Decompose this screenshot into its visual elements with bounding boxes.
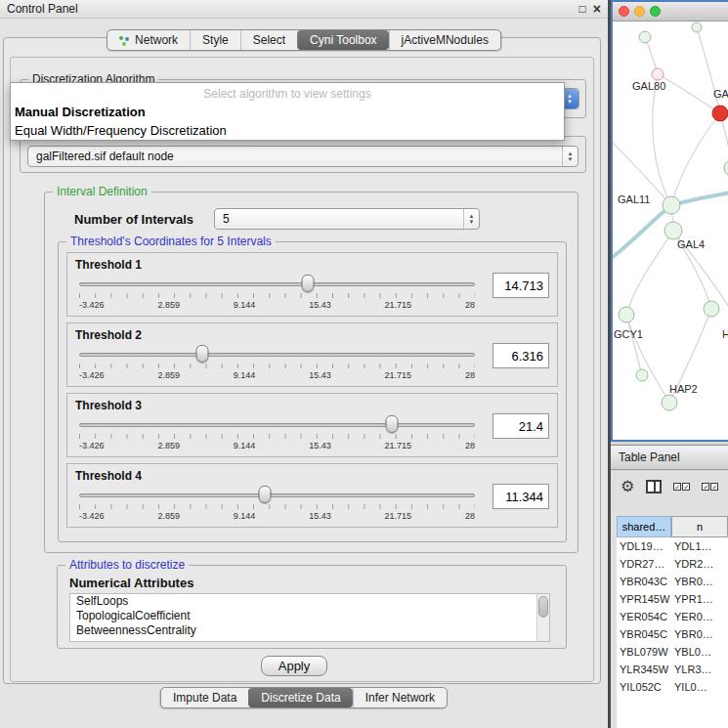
columns-icon[interactable] bbox=[646, 480, 662, 493]
scrollbar-thumb[interactable] bbox=[538, 596, 548, 618]
tab-discretize-data[interactable]: Discretize Data bbox=[248, 688, 352, 707]
cell-shared: YER054C bbox=[617, 608, 671, 625]
interval-definition-group: Interval Definition Number of Intervals … bbox=[44, 192, 578, 553]
network-node[interactable] bbox=[619, 307, 634, 322]
minimize-traffic-light-icon[interactable] bbox=[634, 6, 645, 17]
table-row[interactable]: YER054CYER0… bbox=[617, 608, 728, 625]
list-item-topologicalcoefficient[interactable]: TopologicalCoefficient bbox=[70, 609, 549, 623]
scale-tick-label: 15.43 bbox=[309, 370, 331, 380]
node-label: GAL80 bbox=[632, 80, 665, 92]
close-panel-icon[interactable]: × bbox=[593, 3, 601, 15]
tab-impute-data[interactable]: Impute Data bbox=[161, 688, 248, 707]
table-row[interactable]: YBR043CYBR0… bbox=[617, 573, 728, 590]
scale-tick-label: -3.426 bbox=[79, 300, 105, 310]
network-node[interactable] bbox=[639, 31, 651, 43]
gear-icon[interactable]: ⚙ bbox=[621, 479, 634, 494]
number-of-intervals-select[interactable]: 5 ▲▼ bbox=[214, 208, 480, 230]
cell-shared: YBR043C bbox=[617, 573, 671, 590]
slider-knob[interactable] bbox=[195, 345, 208, 363]
table-panel-titlebar: Table Panel bbox=[611, 445, 728, 470]
threshold-3-label: Threshold 3 bbox=[75, 399, 142, 412]
threshold-1-value-input[interactable] bbox=[492, 273, 549, 298]
slider-knob[interactable] bbox=[385, 415, 398, 433]
tab-style[interactable]: Style bbox=[190, 30, 240, 50]
list-item-betweennesscentrality[interactable]: BetweennessCentrality bbox=[70, 623, 549, 638]
network-node[interactable] bbox=[636, 369, 648, 381]
threshold-2-value-input[interactable] bbox=[492, 343, 549, 368]
list-item-selfloops[interactable]: SelfLoops bbox=[70, 594, 549, 609]
combo-stepper-icon: ▲▼ bbox=[562, 147, 578, 166]
tab-select[interactable]: Select bbox=[240, 30, 297, 50]
network-node[interactable] bbox=[704, 301, 719, 317]
table-row[interactable]: YDR27…YDR2… bbox=[617, 555, 728, 573]
column-header-shared[interactable]: shared… bbox=[617, 516, 671, 537]
threshold-1-panel: Threshold 1 -3.426 2.859 9.144 15.43 21.… bbox=[66, 252, 558, 317]
tab-cyni-toolbox-label: Cyni Toolbox bbox=[310, 33, 376, 47]
zoom-traffic-light-icon[interactable] bbox=[650, 6, 661, 17]
select-all-checkboxes-icon[interactable]: ✓✓ bbox=[673, 483, 690, 491]
node-label: HAP2 bbox=[669, 383, 698, 395]
cell-shared: YBL079W bbox=[617, 643, 671, 661]
network-node[interactable] bbox=[724, 160, 728, 176]
table-row[interactable]: YIL052CYIL0… bbox=[617, 678, 728, 696]
slider-track[interactable] bbox=[79, 493, 475, 497]
network-window-titlebar[interactable] bbox=[613, 2, 728, 21]
network-canvas[interactable]: GAL80 GA GAL11 GAL4 GCY1 H HAP2 bbox=[613, 21, 728, 440]
network-edges bbox=[613, 27, 728, 403]
tab-infer-network-label: Infer Network bbox=[365, 691, 435, 705]
network-node[interactable] bbox=[664, 222, 682, 239]
tab-cyni-toolbox[interactable]: Cyni Toolbox bbox=[297, 30, 388, 50]
threshold-2-slider[interactable]: -3.426 2.859 9.144 15.43 21.715 28 bbox=[79, 347, 475, 384]
menu-item-manual-discretization[interactable]: Manual Discretization bbox=[11, 103, 564, 121]
threshold-4-value-input[interactable] bbox=[492, 484, 549, 509]
tab-discretize-data-label: Discretize Data bbox=[261, 691, 340, 705]
slider-track[interactable] bbox=[79, 423, 475, 427]
tab-jactivemnodules-label: jActiveMNodules bbox=[402, 33, 489, 47]
table-row[interactable]: YPR145WYPR1… bbox=[617, 590, 728, 608]
table-row[interactable]: YBR045CYBR0… bbox=[617, 625, 728, 643]
network-graph bbox=[613, 21, 728, 440]
float-panel-icon[interactable]: □ bbox=[579, 3, 586, 15]
combo-stepper-icon: ▲▼ bbox=[463, 209, 479, 229]
apply-button[interactable]: Apply bbox=[261, 656, 327, 676]
threshold-4-label: Threshold 4 bbox=[75, 469, 142, 483]
slider-knob[interactable] bbox=[259, 486, 272, 503]
network-node[interactable] bbox=[663, 196, 680, 214]
table-row[interactable]: YLR345WYLR3… bbox=[617, 661, 728, 678]
table-data-select[interactable]: galFiltered.sif default node ▲▼ bbox=[27, 146, 578, 167]
slider-knob[interactable] bbox=[301, 275, 314, 292]
network-node[interactable] bbox=[692, 22, 702, 32]
network-node-selected[interactable] bbox=[712, 106, 728, 121]
tab-network-label: Network bbox=[135, 33, 178, 47]
tab-jactivemnodules[interactable]: jActiveMNodules bbox=[389, 30, 500, 50]
table-row[interactable]: YBL079WYBL0… bbox=[617, 643, 728, 661]
threshold-1-slider[interactable]: -3.426 2.859 9.144 15.43 21.715 28 bbox=[79, 277, 475, 314]
scale-tick-label: 9.144 bbox=[234, 441, 256, 450]
slider-track[interactable] bbox=[79, 353, 475, 357]
threshold-3-slider[interactable]: -3.426 2.859 9.144 15.43 21.715 28 bbox=[79, 417, 475, 454]
scale-tick-label: 21.715 bbox=[385, 511, 412, 521]
slider-track[interactable] bbox=[79, 282, 475, 286]
threshold-4-slider[interactable]: -3.426 2.859 9.144 15.43 21.715 28 bbox=[79, 488, 475, 525]
scale-tick-label: 2.859 bbox=[157, 370, 180, 380]
tab-style-label: Style bbox=[202, 33, 229, 47]
scale-tick-label: 21.715 bbox=[385, 300, 412, 310]
tab-network[interactable]: Network bbox=[107, 30, 190, 50]
scale-tick-label: -3.426 bbox=[79, 441, 105, 450]
table-row[interactable]: YDL19…YDL1… bbox=[617, 537, 728, 555]
deselect-checkboxes-icon[interactable]: ✓✓ bbox=[702, 483, 718, 491]
node-label: GCY1 bbox=[614, 328, 643, 340]
menu-item-equal-width-discretization[interactable]: Equal Width/Frequency Discretization bbox=[11, 121, 564, 140]
scale-tick-label: -3.426 bbox=[79, 511, 105, 521]
algorithm-popup: Select algorithm to view settings Manual… bbox=[10, 82, 565, 141]
tab-infer-network[interactable]: Infer Network bbox=[353, 688, 447, 707]
network-window: GAL80 GA GAL11 GAL4 GCY1 H HAP2 bbox=[611, 0, 728, 442]
column-header-name[interactable]: n bbox=[671, 516, 728, 537]
network-node[interactable] bbox=[662, 395, 677, 410]
close-traffic-light-icon[interactable] bbox=[619, 6, 629, 17]
network-node[interactable] bbox=[652, 68, 664, 80]
attributes-scrollbar[interactable] bbox=[536, 594, 549, 641]
numerical-attributes-label: Numerical Attributes bbox=[69, 576, 193, 590]
thresholds-group: Threshold's Coordinates for 5 Intervals … bbox=[58, 241, 567, 542]
threshold-3-value-input[interactable] bbox=[492, 413, 549, 439]
